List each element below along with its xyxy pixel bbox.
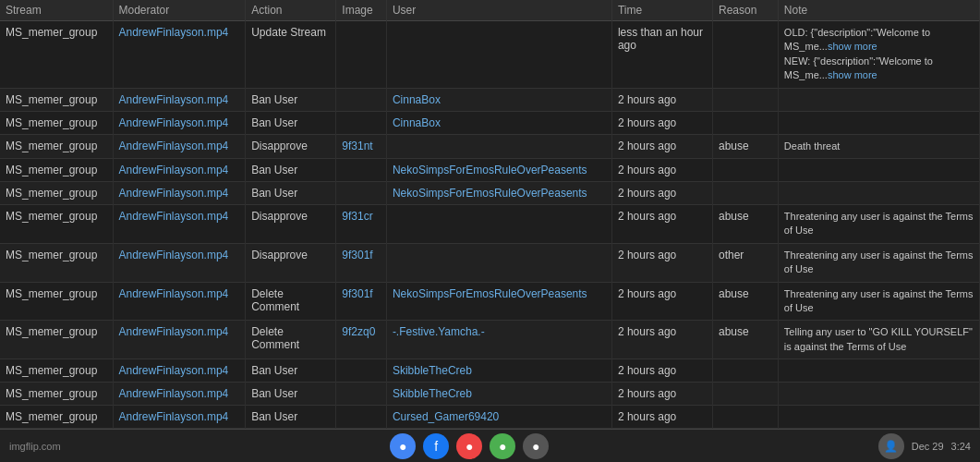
cell-moderator[interactable]: AndrewFinlayson.mp4 bbox=[113, 134, 246, 158]
cell-image[interactable]: 9f31cr bbox=[336, 204, 387, 243]
taskbar-icons: ● f ● ● ● bbox=[390, 433, 549, 453]
app-icon-dark[interactable]: ● bbox=[523, 433, 549, 453]
cell-stream: MS_memer_group bbox=[0, 406, 113, 429]
facebook-icon[interactable]: f bbox=[423, 433, 449, 453]
cell-moderator[interactable]: AndrewFinlayson.mp4 bbox=[113, 158, 246, 181]
cell-image[interactable]: 9f31nt bbox=[336, 134, 387, 158]
table-row: MS_memer_groupAndrewFinlayson.mp4Delete … bbox=[0, 321, 980, 359]
cell-user[interactable]: Cursed_Gamer69420 bbox=[386, 406, 611, 429]
moderator-link[interactable]: AndrewFinlayson.mp4 bbox=[119, 187, 229, 200]
cell-user[interactable]: -.Festive.Yamcha.- bbox=[386, 321, 611, 359]
moderator-link[interactable]: AndrewFinlayson.mp4 bbox=[119, 93, 229, 106]
user-link[interactable]: Cursed_Gamer69420 bbox=[393, 410, 499, 423]
cell-image bbox=[336, 21, 387, 89]
cell-moderator[interactable]: AndrewFinlayson.mp4 bbox=[113, 282, 246, 321]
cell-moderator[interactable]: AndrewFinlayson.mp4 bbox=[113, 21, 246, 89]
app-icon-green[interactable]: ● bbox=[490, 433, 515, 453]
moderator-link[interactable]: AndrewFinlayson.mp4 bbox=[119, 210, 229, 223]
moderator-link[interactable]: AndrewFinlayson.mp4 bbox=[119, 140, 229, 152]
cell-moderator[interactable]: AndrewFinlayson.mp4 bbox=[113, 204, 246, 243]
cell-reason: abuse bbox=[712, 321, 778, 359]
chrome-icon[interactable]: ● bbox=[390, 433, 416, 453]
show-more-link[interactable]: show more bbox=[828, 69, 877, 80]
cell-time: 2 hours ago bbox=[611, 383, 712, 406]
cell-moderator[interactable]: AndrewFinlayson.mp4 bbox=[113, 406, 246, 429]
cell-note bbox=[778, 88, 979, 111]
cell-note: Death threat bbox=[778, 134, 979, 158]
image-link[interactable]: 9f31nt bbox=[342, 140, 372, 152]
cell-action: Ban User bbox=[246, 158, 336, 181]
cell-time: 2 hours ago bbox=[611, 321, 712, 359]
moderator-link[interactable]: AndrewFinlayson.mp4 bbox=[119, 164, 229, 176]
cell-image[interactable]: 9f301f bbox=[336, 243, 387, 282]
user-link[interactable]: CinnaBox bbox=[393, 93, 441, 106]
col-time: Time bbox=[611, 0, 712, 21]
user-link[interactable]: CinnaBox bbox=[393, 116, 441, 129]
cell-action: Ban User bbox=[246, 383, 336, 406]
cell-moderator[interactable]: AndrewFinlayson.mp4 bbox=[113, 111, 246, 134]
cell-reason: other bbox=[712, 243, 778, 282]
moderator-link[interactable]: AndrewFinlayson.mp4 bbox=[119, 287, 229, 300]
image-link[interactable]: 9f301f bbox=[342, 287, 372, 300]
cell-moderator[interactable]: AndrewFinlayson.mp4 bbox=[113, 359, 246, 383]
cell-image bbox=[336, 158, 387, 181]
table-row: MS_memer_groupAndrewFinlayson.mp4Update … bbox=[0, 21, 980, 89]
cell-user[interactable]: CinnaBox bbox=[386, 111, 611, 134]
show-more-link[interactable]: show more bbox=[828, 41, 877, 52]
cell-moderator[interactable]: AndrewFinlayson.mp4 bbox=[113, 181, 246, 204]
table-row: MS_memer_groupAndrewFinlayson.mp4Ban Use… bbox=[0, 88, 980, 111]
user-link[interactable]: -.Festive.Yamcha.- bbox=[393, 325, 485, 338]
cell-image[interactable]: 9f301f bbox=[336, 282, 387, 321]
cell-time: 2 hours ago bbox=[611, 158, 712, 181]
moderator-link[interactable]: AndrewFinlayson.mp4 bbox=[119, 249, 229, 261]
user-link[interactable]: SkibbleTheCreb bbox=[393, 387, 472, 400]
col-image: Image bbox=[336, 0, 387, 21]
table-row: MS_memer_groupAndrewFinlayson.mp4Ban Use… bbox=[0, 406, 980, 429]
image-link[interactable]: 9f301f bbox=[342, 249, 372, 261]
cell-action: Ban User bbox=[246, 406, 336, 429]
cell-time: 2 hours ago bbox=[611, 181, 712, 204]
cell-note bbox=[778, 406, 979, 429]
cell-user[interactable]: CinnaBox bbox=[386, 88, 611, 111]
cell-action: Disapprove bbox=[246, 134, 336, 158]
cell-reason bbox=[712, 21, 778, 89]
cell-moderator[interactable]: AndrewFinlayson.mp4 bbox=[113, 321, 246, 359]
moderator-link[interactable]: AndrewFinlayson.mp4 bbox=[119, 364, 229, 377]
cell-moderator[interactable]: AndrewFinlayson.mp4 bbox=[113, 88, 246, 111]
moderator-link[interactable]: AndrewFinlayson.mp4 bbox=[119, 387, 229, 400]
avatar[interactable]: 👤 bbox=[878, 433, 904, 453]
cell-stream: MS_memer_group bbox=[0, 359, 113, 383]
cell-moderator[interactable]: AndrewFinlayson.mp4 bbox=[113, 383, 246, 406]
col-user: User bbox=[386, 0, 611, 21]
moderator-link[interactable]: AndrewFinlayson.mp4 bbox=[119, 26, 229, 39]
col-action: Action bbox=[246, 0, 336, 21]
image-link[interactable]: 9f31cr bbox=[342, 210, 372, 223]
cell-user[interactable]: SkibbleTheCreb bbox=[386, 359, 611, 383]
cell-reason bbox=[712, 111, 778, 134]
cell-user[interactable]: NekoSimpsForEmosRuleOverPeasents bbox=[386, 158, 611, 181]
cell-reason bbox=[712, 383, 778, 406]
user-link[interactable]: NekoSimpsForEmosRuleOverPeasents bbox=[393, 287, 587, 300]
cell-stream: MS_memer_group bbox=[0, 204, 113, 243]
user-link[interactable]: NekoSimpsForEmosRuleOverPeasents bbox=[393, 164, 587, 176]
cell-user bbox=[386, 204, 611, 243]
cell-stream: MS_memer_group bbox=[0, 321, 113, 359]
table-row: MS_memer_groupAndrewFinlayson.mp4Disappr… bbox=[0, 204, 980, 243]
cell-user bbox=[386, 134, 611, 158]
app-icon-red[interactable]: ● bbox=[456, 433, 482, 453]
cell-note bbox=[778, 383, 979, 406]
moderator-link[interactable]: AndrewFinlayson.mp4 bbox=[119, 325, 229, 338]
cell-user[interactable]: SkibbleTheCreb bbox=[386, 383, 611, 406]
moderator-link[interactable]: AndrewFinlayson.mp4 bbox=[119, 116, 229, 129]
user-link[interactable]: NekoSimpsForEmosRuleOverPeasents bbox=[393, 187, 587, 200]
cell-action: Disapprove bbox=[246, 243, 336, 282]
table-row: MS_memer_groupAndrewFinlayson.mp4Ban Use… bbox=[0, 359, 980, 383]
taskbar: imgflip.com ● f ● ● ● 👤 Dec 29 3:24 bbox=[0, 429, 980, 452]
cell-moderator[interactable]: AndrewFinlayson.mp4 bbox=[113, 243, 246, 282]
cell-user[interactable]: NekoSimpsForEmosRuleOverPeasents bbox=[386, 181, 611, 204]
moderator-link[interactable]: AndrewFinlayson.mp4 bbox=[119, 410, 229, 423]
user-link[interactable]: SkibbleTheCreb bbox=[393, 364, 472, 377]
cell-user[interactable]: NekoSimpsForEmosRuleOverPeasents bbox=[386, 282, 611, 321]
cell-image[interactable]: 9f2zq0 bbox=[336, 321, 387, 359]
image-link[interactable]: 9f2zq0 bbox=[342, 325, 375, 338]
